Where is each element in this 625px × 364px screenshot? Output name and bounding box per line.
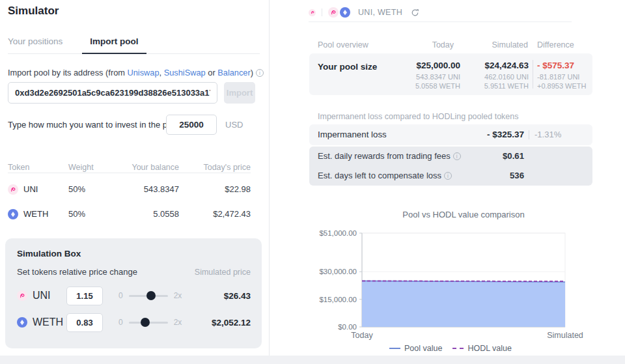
left-panel: Simulator Your positions Import pool Imp… [0,0,269,356]
pool-size-today: $25,000.00 543.8347 UNI 5.0558 WETH [415,61,460,91]
info-icon[interactable] [453,152,461,160]
token-table-header: Token Weight Your balance Today's price [8,156,251,178]
legend-hodl-value: HODL value [452,344,512,353]
slider-min-label: 0 [118,291,123,300]
uni-token-icon [309,9,316,16]
uni-token-icon [328,7,339,18]
currency-label: USD [225,120,243,130]
weth-token-icon [8,209,18,219]
slider-knob[interactable] [141,318,150,327]
simulator-app: Simulator Your positions Import pool Imp… [0,0,625,364]
pool-size-difference: - $575.37 -81.8187 UNI +0.8953 WETH [537,61,587,91]
il-label: Impermanent loss [318,124,387,145]
simulated-price: $26.43 [224,291,251,301]
token-name: UNI [23,178,38,201]
import-button[interactable]: Import [224,82,255,104]
info-icon[interactable] [444,172,452,180]
simulated-price: $2,052.12 [212,318,251,328]
pool-size-simulated: $24,424.63 462.0160 UNI 5.9511 WETH [484,61,529,91]
daily-rewards-row: Est. daily rewards from trading fees $0.… [318,147,584,166]
token-balance: 5.0558 [153,203,179,225]
uniswap-link[interactable]: Uniswap [128,68,160,77]
token-weight: 50% [68,178,85,201]
weth-slider[interactable] [129,322,168,324]
simulation-box-title: Simulation Box [17,249,81,259]
simulated-price-header: Simulated price [195,268,251,277]
svg-text:$30,000.00: $30,000.00 [319,268,357,275]
pair-label: UNI, WETH [358,8,402,17]
il-caption: Impermanent loss compared to HODLing poo… [318,112,519,121]
slider-min-label: 0 [118,318,123,327]
simulated-header: Simulated [492,40,528,49]
svg-text:$51,000.00: $51,000.00 [319,229,357,237]
uni-token-icon [17,290,27,301]
token-name: WETH [33,316,66,328]
simulation-box: Simulation Box Set tokens relative price… [5,238,262,348]
table-divider [8,173,251,173]
days-left-row: Est. days left to compensate loss 536 [318,166,584,186]
page-title: Simulator [8,5,59,18]
daily-rewards-value: $0.61 [503,147,524,166]
svg-text:$0.00: $0.00 [338,323,357,331]
invest-amount-label: Type how much you want to invest in the … [8,120,178,130]
impermanent-loss-row: Impermanent loss - $325.37 -1.31% [309,124,592,145]
simulation-row-uni: UNI 0 2x $26.43 [17,283,251,309]
svg-text:Simulated: Simulated [547,331,583,340]
table-row: WETH 50% 5.0558 $2,472.43 [8,203,251,225]
pool-address-input[interactable] [8,82,217,104]
invest-amount-input[interactable] [166,115,217,135]
days-left-value: 536 [510,166,524,186]
token-name: UNI [33,290,66,301]
slider-max-label: 2x [174,291,182,300]
token-balance: 543.8347 [144,178,179,201]
difference-header: Difference [537,40,574,49]
simulation-row-weth: WETH 0 2x $2,052.12 [17,309,251,335]
svg-text:$15,000.00: $15,000.00 [319,296,357,303]
pool-size-label: Your pool size [318,62,377,72]
column-divider [533,60,533,89]
table-row: UNI 50% 543.8347 $22.98 [8,178,251,201]
info-icon[interactable] [256,69,264,77]
pool-line-swatch [389,348,400,349]
weth-multiplier-input[interactable] [66,313,103,332]
section-divider [309,21,572,22]
token-weight: 50% [68,203,85,225]
chart-legend: Pool value HODL value [309,344,592,353]
legend-pool-value: Pool value [389,344,442,353]
sushiswap-link[interactable]: SushiSwap [164,68,206,77]
slider-max-label: 2x [174,318,182,327]
il-percent: -1.31% [535,124,561,145]
hodl-line-swatch [452,348,464,349]
token-name: WETH [23,203,48,225]
import-pool-label: Import pool by its address (from Uniswap… [8,68,264,77]
refresh-icon[interactable] [411,8,419,17]
pool-pair-header: UNI, WETH [309,7,419,18]
simulation-box-subtitle: Set tokens relative price change [17,267,137,277]
svg-text:Pool vs HODL value comparison: Pool vs HODL value comparison [402,210,524,219]
bottom-strip [0,356,625,364]
il-value: - $325.37 [487,124,524,145]
tab-import-pool[interactable]: Import pool [82,36,146,54]
token-price: $2,472.43 [213,203,251,225]
column-divider [529,130,529,139]
token-price: $22.98 [225,178,251,201]
today-header: Today [432,40,454,49]
header-divider [322,8,322,16]
uni-token-icon [8,184,18,195]
pool-size-row: Your pool size $25,000.00 543.8347 UNI 5… [309,53,592,95]
uni-multiplier-input[interactable] [66,287,103,305]
svg-text:Today: Today [351,331,373,340]
weth-token-icon [340,7,350,18]
il-details-box: Est. daily rewards from trading fees $0.… [309,147,592,186]
balancer-link[interactable]: Balancer [217,68,251,77]
tab-your-positions[interactable]: Your positions [8,36,62,53]
panel-divider [269,0,270,356]
weth-token-icon [17,317,27,328]
slider-knob[interactable] [146,291,156,300]
uni-slider[interactable] [129,295,168,297]
tabs: Your positions Import pool [8,36,260,54]
pool-vs-hodl-chart: Pool vs HODL value comparison$0.00$15,00… [309,207,592,341]
pool-overview-header: Pool overview [318,40,368,49]
